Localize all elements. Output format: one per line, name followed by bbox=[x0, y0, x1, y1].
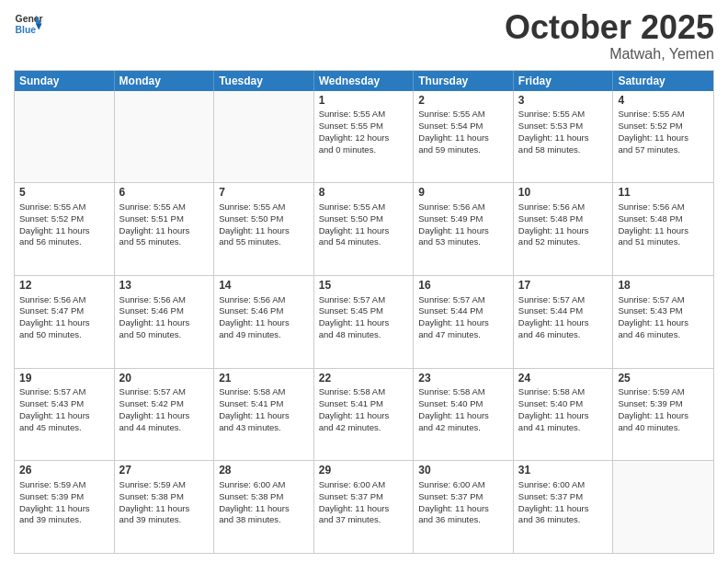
day-cell-26: 26Sunrise: 5:59 AMSunset: 5:39 PMDayligh… bbox=[15, 461, 115, 553]
day-number: 29 bbox=[319, 464, 409, 478]
day-cell-14: 14Sunrise: 5:56 AMSunset: 5:46 PMDayligh… bbox=[214, 276, 314, 368]
day-info: Sunrise: 5:55 AMSunset: 5:51 PMDaylight:… bbox=[119, 201, 210, 248]
day-number: 6 bbox=[119, 186, 210, 201]
day-cell-30: 30Sunrise: 6:00 AMSunset: 5:37 PMDayligh… bbox=[414, 461, 514, 553]
day-cell-7: 7Sunrise: 5:55 AMSunset: 5:50 PMDaylight… bbox=[214, 183, 314, 275]
day-cell-6: 6Sunrise: 5:55 AMSunset: 5:51 PMDaylight… bbox=[115, 183, 215, 275]
day-number: 18 bbox=[618, 279, 709, 293]
header-day-thursday: Thursday bbox=[414, 71, 514, 91]
day-cell-19: 19Sunrise: 5:57 AMSunset: 5:43 PMDayligh… bbox=[15, 369, 115, 461]
day-info: Sunrise: 5:55 AMSunset: 5:54 PMDaylight:… bbox=[418, 109, 508, 155]
day-number: 16 bbox=[418, 279, 508, 293]
day-info: Sunrise: 5:55 AMSunset: 5:52 PMDaylight:… bbox=[19, 201, 109, 248]
day-cell-10: 10Sunrise: 5:56 AMSunset: 5:48 PMDayligh… bbox=[514, 183, 614, 275]
day-number: 28 bbox=[219, 464, 309, 478]
day-number: 13 bbox=[119, 279, 210, 293]
day-number: 21 bbox=[219, 372, 309, 386]
day-info: Sunrise: 5:55 AMSunset: 5:50 PMDaylight:… bbox=[319, 201, 409, 248]
day-number: 19 bbox=[19, 372, 109, 386]
day-info: Sunrise: 6:00 AMSunset: 5:37 PMDaylight:… bbox=[319, 479, 409, 526]
day-cell-15: 15Sunrise: 5:57 AMSunset: 5:45 PMDayligh… bbox=[314, 276, 415, 368]
day-cell-5: 5Sunrise: 5:55 AMSunset: 5:52 PMDaylight… bbox=[15, 183, 115, 275]
logo-icon: General Blue bbox=[14, 9, 43, 39]
day-number: 14 bbox=[219, 279, 309, 293]
month-title: October 2025 bbox=[505, 9, 714, 46]
day-number: 9 bbox=[418, 186, 508, 201]
day-number: 10 bbox=[518, 186, 609, 201]
day-number: 15 bbox=[319, 279, 409, 293]
header-day-sunday: Sunday bbox=[15, 71, 115, 91]
empty-cell bbox=[15, 91, 115, 183]
calendar-row-2: 12Sunrise: 5:56 AMSunset: 5:47 PMDayligh… bbox=[15, 275, 713, 368]
day-number: 12 bbox=[19, 279, 109, 293]
day-number: 5 bbox=[19, 186, 109, 201]
day-number: 24 bbox=[518, 372, 609, 386]
day-number: 26 bbox=[19, 464, 109, 478]
day-info: Sunrise: 5:59 AMSunset: 5:39 PMDaylight:… bbox=[19, 479, 109, 526]
day-info: Sunrise: 5:56 AMSunset: 5:47 PMDaylight:… bbox=[19, 294, 109, 341]
day-number: 22 bbox=[319, 372, 409, 386]
calendar-row-0: 1Sunrise: 5:55 AMSunset: 5:55 PMDaylight… bbox=[15, 91, 713, 183]
day-info: Sunrise: 6:00 AMSunset: 5:37 PMDaylight:… bbox=[418, 479, 508, 526]
day-number: 3 bbox=[518, 94, 609, 109]
svg-text:Blue: Blue bbox=[16, 25, 37, 35]
day-cell-2: 2Sunrise: 5:55 AMSunset: 5:54 PMDaylight… bbox=[414, 91, 514, 183]
day-cell-11: 11Sunrise: 5:56 AMSunset: 5:48 PMDayligh… bbox=[613, 183, 713, 275]
day-number: 7 bbox=[219, 186, 309, 201]
day-info: Sunrise: 5:55 AMSunset: 5:53 PMDaylight:… bbox=[518, 109, 609, 155]
day-info: Sunrise: 6:00 AMSunset: 5:38 PMDaylight:… bbox=[219, 479, 309, 526]
day-number: 4 bbox=[618, 94, 709, 109]
logo: General Blue bbox=[14, 9, 43, 39]
day-cell-4: 4Sunrise: 5:55 AMSunset: 5:52 PMDaylight… bbox=[613, 91, 713, 183]
day-cell-25: 25Sunrise: 5:59 AMSunset: 5:39 PMDayligh… bbox=[613, 369, 713, 461]
day-number: 27 bbox=[119, 464, 210, 478]
day-cell-28: 28Sunrise: 6:00 AMSunset: 5:38 PMDayligh… bbox=[214, 461, 314, 553]
calendar-row-1: 5Sunrise: 5:55 AMSunset: 5:52 PMDaylight… bbox=[15, 182, 713, 275]
day-info: Sunrise: 6:00 AMSunset: 5:37 PMDaylight:… bbox=[518, 479, 609, 526]
day-number: 25 bbox=[618, 372, 709, 386]
day-number: 11 bbox=[618, 186, 709, 201]
day-cell-22: 22Sunrise: 5:58 AMSunset: 5:41 PMDayligh… bbox=[314, 369, 415, 461]
day-cell-18: 18Sunrise: 5:57 AMSunset: 5:43 PMDayligh… bbox=[613, 276, 713, 368]
page: General Blue October 2025 Matwah, Yemen … bbox=[0, 0, 728, 563]
day-info: Sunrise: 5:56 AMSunset: 5:46 PMDaylight:… bbox=[219, 294, 309, 341]
day-info: Sunrise: 5:58 AMSunset: 5:41 PMDaylight:… bbox=[319, 386, 409, 433]
svg-marker-3 bbox=[36, 24, 41, 29]
header-day-tuesday: Tuesday bbox=[214, 71, 314, 91]
header-day-friday: Friday bbox=[514, 71, 614, 91]
day-cell-21: 21Sunrise: 5:58 AMSunset: 5:41 PMDayligh… bbox=[214, 369, 314, 461]
day-info: Sunrise: 5:58 AMSunset: 5:40 PMDaylight:… bbox=[518, 386, 609, 433]
header-day-wednesday: Wednesday bbox=[314, 71, 415, 91]
day-cell-8: 8Sunrise: 5:55 AMSunset: 5:50 PMDaylight… bbox=[314, 183, 415, 275]
day-cell-29: 29Sunrise: 6:00 AMSunset: 5:37 PMDayligh… bbox=[314, 461, 415, 553]
header: General Blue October 2025 Matwah, Yemen bbox=[14, 9, 714, 63]
calendar-body: 1Sunrise: 5:55 AMSunset: 5:55 PMDaylight… bbox=[15, 91, 713, 553]
day-number: 17 bbox=[518, 279, 609, 293]
day-number: 20 bbox=[119, 372, 210, 386]
day-cell-17: 17Sunrise: 5:57 AMSunset: 5:44 PMDayligh… bbox=[514, 276, 614, 368]
day-number: 23 bbox=[418, 372, 508, 386]
day-cell-9: 9Sunrise: 5:56 AMSunset: 5:49 PMDaylight… bbox=[414, 183, 514, 275]
day-number: 2 bbox=[418, 94, 508, 109]
day-info: Sunrise: 5:55 AMSunset: 5:50 PMDaylight:… bbox=[219, 201, 309, 248]
header-day-saturday: Saturday bbox=[613, 71, 713, 91]
calendar-header: SundayMondayTuesdayWednesdayThursdayFrid… bbox=[15, 71, 713, 91]
day-info: Sunrise: 5:57 AMSunset: 5:43 PMDaylight:… bbox=[19, 386, 109, 433]
title-block: October 2025 Matwah, Yemen bbox=[505, 9, 714, 63]
day-info: Sunrise: 5:55 AMSunset: 5:52 PMDaylight:… bbox=[618, 109, 709, 155]
empty-cell bbox=[613, 461, 713, 553]
day-cell-1: 1Sunrise: 5:55 AMSunset: 5:55 PMDaylight… bbox=[314, 91, 415, 183]
day-cell-13: 13Sunrise: 5:56 AMSunset: 5:46 PMDayligh… bbox=[115, 276, 215, 368]
day-cell-16: 16Sunrise: 5:57 AMSunset: 5:44 PMDayligh… bbox=[414, 276, 514, 368]
day-cell-3: 3Sunrise: 5:55 AMSunset: 5:53 PMDaylight… bbox=[514, 91, 614, 183]
day-info: Sunrise: 5:58 AMSunset: 5:40 PMDaylight:… bbox=[418, 386, 508, 433]
day-info: Sunrise: 5:59 AMSunset: 5:39 PMDaylight:… bbox=[618, 386, 709, 433]
empty-cell bbox=[115, 91, 215, 183]
calendar-row-4: 26Sunrise: 5:59 AMSunset: 5:39 PMDayligh… bbox=[15, 460, 713, 553]
day-info: Sunrise: 5:57 AMSunset: 5:42 PMDaylight:… bbox=[119, 386, 210, 433]
day-number: 30 bbox=[418, 464, 508, 478]
day-info: Sunrise: 5:56 AMSunset: 5:46 PMDaylight:… bbox=[119, 294, 210, 341]
day-info: Sunrise: 5:55 AMSunset: 5:55 PMDaylight:… bbox=[319, 109, 409, 155]
day-cell-31: 31Sunrise: 6:00 AMSunset: 5:37 PMDayligh… bbox=[514, 461, 614, 553]
day-number: 8 bbox=[319, 186, 409, 201]
